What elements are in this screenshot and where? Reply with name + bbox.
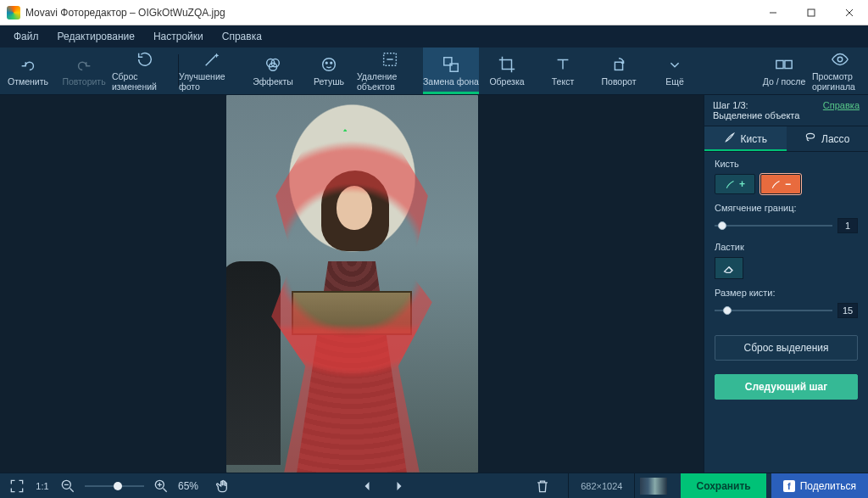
- text-icon: [554, 55, 572, 74]
- eraser-label: Ластик: [715, 242, 858, 252]
- next-step-button[interactable]: Следующий шаг: [715, 374, 858, 400]
- redo-button[interactable]: Повторить: [56, 48, 112, 94]
- more-label: Ещё: [665, 76, 683, 87]
- svg-point-14: [806, 133, 814, 138]
- rotate-label: Поворот: [602, 76, 637, 87]
- bgreplace-label: Замена фона: [423, 76, 479, 87]
- rotate-icon: [609, 55, 628, 74]
- original-label: Просмотр оригинала: [812, 71, 868, 92]
- svg-rect-0: [808, 9, 815, 16]
- crop-button[interactable]: Обрезка: [479, 48, 535, 94]
- magic-wand-icon: [203, 50, 221, 69]
- brush-section-label: Кисть: [715, 159, 858, 169]
- remove-objects-button[interactable]: Удаление объектов: [357, 48, 423, 94]
- next-image-button[interactable]: [391, 478, 408, 495]
- crop-icon: [498, 55, 516, 74]
- beforeafter-label: До / после: [763, 76, 806, 87]
- soften-slider[interactable]: [715, 220, 832, 232]
- svg-point-4: [323, 59, 336, 71]
- svg-rect-12: [785, 60, 792, 68]
- zoom-level: 65%: [178, 480, 198, 492]
- window-close-button[interactable]: [830, 1, 868, 25]
- retouch-button[interactable]: Ретушь: [301, 48, 357, 94]
- menu-help[interactable]: Справка: [214, 27, 270, 46]
- reset-selection-button[interactable]: Сброс выделения: [715, 335, 858, 361]
- tab-lasso-label: Лассо: [821, 133, 849, 145]
- brush-size-value[interactable]: 15: [837, 303, 858, 318]
- chevron-down-icon: [665, 55, 684, 74]
- eraser-button[interactable]: [715, 257, 743, 279]
- eye-icon: [831, 50, 849, 69]
- before-after-button[interactable]: До / после: [756, 48, 812, 94]
- more-button[interactable]: Ещё: [647, 48, 703, 94]
- prev-image-button[interactable]: [359, 478, 376, 495]
- effects-label: Эффекты: [253, 76, 293, 87]
- brush-add-button[interactable]: +: [715, 174, 755, 194]
- tab-brush-label: Кисть: [741, 133, 767, 145]
- window-maximize-button[interactable]: [792, 1, 830, 25]
- step-indicator: Шаг 1/3:: [713, 100, 799, 110]
- text-button[interactable]: Текст: [535, 48, 591, 94]
- canvas-workspace[interactable]: [0, 95, 704, 473]
- zoom-in-button[interactable]: [153, 478, 170, 495]
- reset-label: Сброс изменений: [112, 71, 178, 92]
- soften-value[interactable]: 1: [837, 218, 858, 233]
- app-logo-icon: [7, 6, 20, 20]
- histogram-thumbnail[interactable]: [640, 478, 667, 495]
- remove-label: Удаление объектов: [357, 71, 423, 92]
- svg-point-13: [837, 57, 843, 62]
- edited-photo[interactable]: [226, 95, 478, 473]
- zoom-slider[interactable]: [85, 480, 144, 492]
- redo-label: Повторить: [62, 76, 105, 87]
- effects-icon: [264, 55, 282, 74]
- background-replace-button[interactable]: Замена фона: [423, 48, 479, 94]
- status-bar: 1:1 65% 682×1024 Сохранить f Поделиться: [0, 473, 868, 498]
- fit-screen-button[interactable]: [8, 478, 25, 495]
- actual-size-button[interactable]: 1:1: [34, 478, 51, 495]
- brush-icon: [724, 131, 736, 146]
- window-titlebar: Movavi Фоторедактор – OIGkOtWuZQA.jpg: [0, 0, 868, 25]
- brush-size-label: Размер кисти:: [715, 288, 858, 298]
- tab-lasso[interactable]: Лассо: [787, 126, 869, 152]
- menu-settings[interactable]: Настройки: [145, 27, 212, 46]
- undo-label: Отменить: [8, 76, 48, 87]
- enhance-button[interactable]: Улучшение фото: [179, 48, 245, 94]
- undo-icon: [19, 55, 37, 74]
- redo-icon: [75, 55, 93, 74]
- facebook-icon: f: [783, 480, 795, 492]
- menu-edit[interactable]: Редактирование: [49, 27, 143, 46]
- minus-icon: −: [785, 178, 791, 190]
- soften-label: Смягчение границ:: [715, 203, 858, 213]
- ratio-label: 1:1: [36, 481, 48, 491]
- brush-size-slider[interactable]: [715, 305, 832, 316]
- undo-button[interactable]: Отменить: [0, 48, 56, 94]
- svg-point-5: [326, 62, 327, 64]
- retouch-label: Ретушь: [314, 76, 344, 87]
- tab-brush[interactable]: Кисть: [704, 126, 787, 152]
- side-panel: Шаг 1/3: Выделение объекта Справка Кисть…: [704, 95, 868, 473]
- crop-label: Обрезка: [489, 76, 524, 87]
- panel-help-link[interactable]: Справка: [823, 100, 860, 110]
- view-original-button[interactable]: Просмотр оригинала: [812, 48, 868, 94]
- bg-replace-icon: [442, 55, 460, 74]
- compare-icon: [775, 55, 793, 74]
- text-label: Текст: [552, 76, 574, 87]
- remove-object-icon: [381, 50, 399, 69]
- effects-button[interactable]: Эффекты: [245, 48, 301, 94]
- delete-button[interactable]: [534, 478, 551, 495]
- save-button[interactable]: Сохранить: [681, 473, 765, 499]
- rotate-button[interactable]: Поворот: [591, 48, 647, 94]
- svg-point-6: [331, 62, 332, 64]
- bystander-figure: [226, 261, 281, 465]
- reset-changes-button[interactable]: Сброс изменений: [112, 48, 178, 94]
- window-minimize-button[interactable]: [754, 1, 792, 25]
- lasso-icon: [804, 131, 816, 146]
- share-button[interactable]: f Поделиться: [771, 473, 868, 499]
- menu-file[interactable]: Файл: [5, 27, 47, 46]
- zoom-out-button[interactable]: [59, 478, 76, 495]
- tool-tabs: Кисть Лассо: [704, 126, 868, 152]
- pan-hand-button[interactable]: [215, 478, 232, 495]
- brush-subtract-button[interactable]: −: [760, 174, 801, 194]
- main-toolbar: Отменить Повторить Сброс изменений Улучш…: [0, 48, 868, 95]
- enhance-label: Улучшение фото: [179, 71, 245, 92]
